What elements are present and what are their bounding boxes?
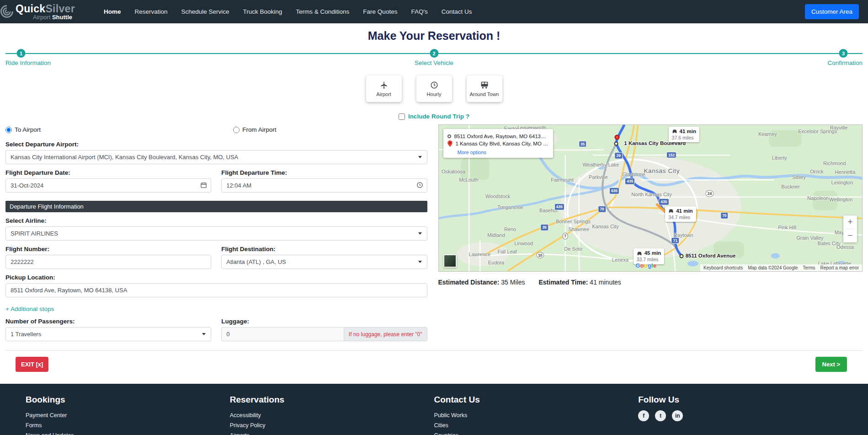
map-town-label: Kearney	[758, 131, 777, 137]
map-town-label: Liberty	[772, 155, 787, 161]
flight-destination-select[interactable]: Atlanta (ATL) , GA, US	[221, 255, 427, 269]
highway-shield: 435	[554, 204, 564, 210]
nav-item[interactable]: Fare Quotes	[356, 4, 404, 20]
directions-destination-row: 1 Kansas City Blvd, Kansas City, MO 641.…	[447, 140, 549, 147]
from-airport-radio[interactable]: From Airport	[233, 126, 276, 133]
brand[interactable]: QuickSilver Airport Shuttle	[2, 3, 75, 21]
round-trip-row: Include Round Trip ?	[0, 113, 868, 120]
navbar: QuickSilver Airport Shuttle HomeReservat…	[0, 0, 868, 23]
footer-link[interactable]: News and Updates	[26, 432, 230, 435]
highway-shield: 29	[615, 152, 623, 159]
facebook-icon[interactable]: f	[638, 410, 649, 421]
from-airport-label: From Airport	[242, 126, 276, 133]
flight-time-input[interactable]	[221, 178, 427, 193]
google-logo: Google	[635, 262, 656, 269]
brand-title: QuickSilver	[16, 3, 75, 14]
google-map[interactable]: EastonLeavenworthLansingRayvilleExcelsio…	[438, 124, 863, 272]
highway-shield: 70	[598, 206, 606, 213]
step-circle-confirmation[interactable]: 3	[839, 49, 848, 58]
nav-item[interactable]: Contact Us	[435, 4, 479, 20]
nav-item[interactable]: Reservation	[128, 4, 174, 20]
map-town-label: Kansas City	[592, 224, 619, 229]
map-town-label: Shawnee	[568, 226, 589, 232]
route-start-marker[interactable]	[614, 141, 618, 145]
footer-link[interactable]: Airports	[230, 432, 434, 435]
map-town-label: De Soto	[564, 246, 582, 252]
footer-link[interactable]: Public Works	[434, 412, 639, 419]
flight-date-label: Flight Departure Date:	[5, 169, 211, 176]
pickup-location-input[interactable]	[5, 283, 427, 297]
map-town-label: Weatherby Lake	[582, 162, 619, 167]
to-airport-radio[interactable]: To Airport	[5, 126, 41, 133]
nav-item[interactable]: Truck Booking	[236, 4, 289, 20]
nav-item[interactable]: Schedule Service	[174, 4, 236, 20]
highway-shield: 635	[609, 188, 619, 194]
footer-link[interactable]: Payment Center	[26, 412, 230, 419]
directions-overlay: 8511 Oxford Ave, Raytown, MO 64138, U...…	[443, 129, 553, 158]
highway-shield: 435	[659, 199, 669, 205]
action-bar: EXIT [x] Next >	[0, 351, 868, 372]
passengers-select[interactable]: 1 Travellers	[5, 327, 211, 341]
nav-item[interactable]: FAQ's	[404, 4, 434, 20]
service-card-around-town[interactable]: Around Town	[467, 75, 502, 102]
round-trip-label[interactable]: Include Round Trip ?	[408, 113, 469, 120]
additional-stops-link[interactable]: + Additional stops	[5, 306, 54, 312]
map-attribution-item[interactable]: Map data ©2024 Google	[748, 265, 798, 270]
linkedin-icon[interactable]: in	[672, 410, 683, 421]
airline-select[interactable]: SPIRIT AIRLINES	[5, 226, 427, 241]
round-trip-checkbox[interactable]	[399, 113, 405, 120]
flight-date-input[interactable]	[5, 178, 211, 193]
highway-shield: 71	[671, 237, 679, 244]
flight-number-input[interactable]	[5, 255, 211, 269]
footer-heading: Follow Us	[638, 395, 842, 405]
footer-link[interactable]: Countries	[434, 432, 639, 435]
zoom-in-button[interactable]: +	[843, 215, 857, 229]
from-airport-radio-input[interactable]	[233, 127, 240, 133]
step-circle-select-vehicle[interactable]: 2	[430, 49, 438, 58]
service-card-airport[interactable]: Airport	[366, 75, 402, 102]
map-town-label: Pink Hill	[778, 225, 796, 230]
route-end-marker[interactable]	[680, 254, 684, 258]
map-town-label: Tonganoxie	[497, 204, 523, 210]
map-town-label: Excelsior Springs	[798, 129, 837, 134]
directions-origin-text: 8511 Oxford Ave, Raytown, MO 64138, U...	[454, 134, 549, 139]
exit-button[interactable]: EXIT [x]	[16, 357, 48, 372]
service-card-hourly[interactable]: Hourly	[416, 75, 452, 102]
footer-link[interactable]: Forms	[26, 422, 230, 429]
footer-link[interactable]: Privacy Policy	[230, 422, 434, 429]
step-label-ride-information: Ride Information	[5, 59, 51, 66]
map-town-label: Buckner	[781, 184, 799, 189]
map-attribution-item[interactable]: Report a map error	[820, 265, 859, 270]
brand-swirl-icon	[0, 5, 14, 20]
twitter-icon[interactable]: t	[655, 410, 666, 421]
highway-shield: 152	[666, 151, 676, 158]
footer-col-contact-us: Contact Us Public WorksCitiesCountriesSt…	[434, 394, 639, 435]
ride-information-form: To Airport From Airport Select Departure…	[5, 124, 427, 341]
airline-label: Select Airline:	[5, 217, 427, 224]
map-attribution-item[interactable]: Terms	[803, 265, 815, 270]
to-airport-radio-input[interactable]	[5, 127, 12, 133]
zoom-out-button[interactable]: −	[843, 229, 857, 242]
satellite-layer-toggle[interactable]	[443, 254, 457, 268]
map-town-label: Lenexa	[612, 257, 628, 263]
nav-item[interactable]: Terms & Conditions	[289, 4, 356, 20]
nav-item[interactable]: Home	[97, 4, 128, 20]
to-airport-label: To Airport	[15, 126, 41, 133]
step-label-select-vehicle: Select Vehicle	[415, 59, 453, 66]
footer-link[interactable]: Accessibility	[230, 412, 434, 419]
destination-pin-marker[interactable]	[615, 134, 620, 140]
departure-airport-select[interactable]: Kansas City International Airport (MCI),…	[5, 150, 427, 164]
map-town-label: Lexington	[831, 180, 853, 185]
map-attribution: Keyboard shortcutsMap data ©2024 GoogleT…	[700, 264, 862, 271]
luggage-input[interactable]	[221, 327, 344, 341]
next-button[interactable]: Next >	[815, 357, 847, 372]
customer-area-button[interactable]: Customer Area	[805, 4, 859, 19]
map-town-label: Eudora	[488, 260, 504, 265]
highway-shield: 35	[579, 140, 586, 147]
map-attribution-item[interactable]: Keyboard shortcuts	[703, 265, 743, 270]
service-card-label: Airport	[376, 91, 391, 97]
more-options-link[interactable]: More options	[458, 150, 487, 155]
footer-link[interactable]: Cities	[434, 422, 639, 429]
map-town-label: Richmond	[823, 161, 846, 166]
step-circle-ride-information[interactable]: 1	[17, 49, 26, 58]
